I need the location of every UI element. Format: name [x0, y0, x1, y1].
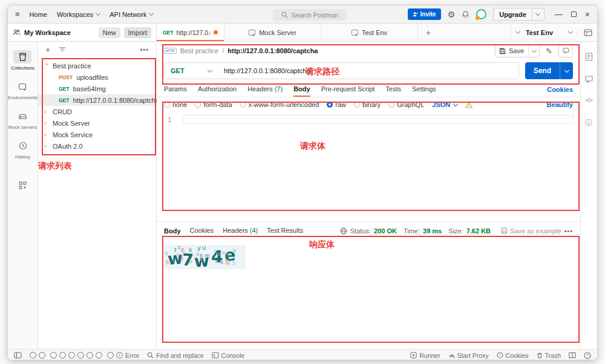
avatar[interactable] — [476, 9, 486, 19]
import-button[interactable]: Import — [124, 27, 151, 38]
filter-icon[interactable] — [59, 47, 66, 53]
sidebar-item-environments[interactable]: Environments — [8, 80, 38, 100]
save-button[interactable]: Save — [495, 44, 540, 57]
tree-folder-best-practice[interactable]: › Best practice — [38, 60, 156, 71]
proxy-icon — [448, 352, 455, 359]
search-icon — [281, 11, 288, 18]
invite-button[interactable]: Invite — [408, 8, 441, 20]
environment-selector[interactable]: Test Env — [526, 29, 578, 36]
console-button[interactable]: Console — [212, 352, 245, 359]
tab-settings[interactable]: Settings — [412, 82, 436, 97]
upgrade-dropdown[interactable] — [532, 8, 544, 20]
info-icon[interactable]: ⓘ — [586, 118, 593, 128]
language-selector[interactable]: JSON — [432, 101, 457, 108]
search-input[interactable]: Search Postman — [273, 9, 347, 21]
tab-test-env[interactable]: Test Env — [321, 24, 418, 41]
tree-folder-crud[interactable]: › CRUD — [38, 106, 156, 117]
size-value: 7.62 KB — [466, 227, 491, 235]
sidebar-item-collections[interactable]: Collections — [11, 50, 34, 71]
sidebar-item-mock-servers[interactable]: Mock servers — [8, 109, 38, 130]
help-icon[interactable]: ? — [584, 352, 591, 359]
menu-api-network[interactable]: API Network — [110, 11, 153, 18]
tree-folder-oauth[interactable]: › OAuth 2.0 — [38, 140, 156, 152]
menu-workspaces[interactable]: Workspaces — [57, 11, 100, 18]
comments-icon[interactable] — [585, 76, 593, 83]
start-proxy-button[interactable]: Start Proxy — [448, 352, 489, 359]
find-and-replace-button[interactable]: Find and replace — [147, 352, 203, 359]
tree-folder-mock-service[interactable]: › Mock Service — [38, 129, 156, 140]
tab-pre-request-script[interactable]: Pre-request Script — [321, 82, 375, 97]
runner-button[interactable]: Runner — [410, 352, 440, 359]
chevron-down-icon — [568, 29, 573, 34]
tab-response-headers[interactable]: Headers (4) — [223, 222, 258, 240]
collections-tree: › Best practice POST uploadfiles GET bas… — [38, 57, 156, 152]
left-rail: Collections Environments Mock servers Hi… — [8, 42, 38, 349]
cookies-link[interactable]: Cookies — [547, 86, 573, 93]
sidebar-item-history[interactable]: History — [14, 139, 32, 160]
window-close-button[interactable]: × — [585, 10, 590, 19]
hamburger-menu-icon[interactable]: ≡ — [15, 10, 20, 19]
tab-headers[interactable]: Headers (7) — [247, 82, 283, 97]
globe-icon[interactable] — [340, 227, 347, 235]
tab-test-results[interactable]: Test Results — [267, 222, 303, 240]
comment-button[interactable] — [558, 44, 573, 57]
tab-mock-server[interactable]: Mock Server — [224, 24, 321, 41]
new-button[interactable]: New — [99, 27, 120, 38]
chevron-collapsed-icon: › — [44, 108, 49, 115]
postman-window: ≡ Home Workspaces API Network Search Pos… — [7, 5, 598, 360]
tab-overflow-chevron[interactable] — [515, 29, 520, 34]
tree-folder-mock-server[interactable]: › Mock Server — [38, 117, 156, 129]
editor-active-line[interactable] — [183, 115, 574, 124]
configure-sidebar-button[interactable] — [14, 178, 32, 192]
save-dropdown[interactable] — [528, 45, 539, 57]
body-editor[interactable]: 1 — [157, 112, 580, 222]
tab-tests[interactable]: Tests — [385, 82, 401, 97]
radio-form-data[interactable]: form-data — [195, 101, 232, 108]
tab-response-body[interactable]: Body — [164, 222, 181, 240]
settings-gear-icon[interactable]: ⚙ — [448, 10, 456, 19]
trash-button[interactable]: Trash — [537, 352, 561, 359]
method-selector[interactable]: GET — [165, 67, 218, 74]
tab-request-captcha[interactable]: GET http://127.0.0.1:8080/ca — [157, 24, 224, 41]
url-input[interactable]: http://127.0.0.1:8080/captcha — [218, 67, 310, 74]
workspace-name[interactable]: My Workspace — [24, 29, 71, 36]
save-as-example-button[interactable]: Save as example — [501, 227, 561, 235]
new-tab-button[interactable]: + — [418, 24, 439, 41]
chevron-expanded-icon: › — [44, 63, 50, 68]
tree-request-captcha[interactable]: GET http://127.0.0.1:8080/captcha — [38, 94, 156, 106]
tab-authorization[interactable]: Authorization — [198, 82, 237, 97]
window-minimize-button[interactable]: — — [555, 10, 563, 19]
tab-body[interactable]: Body — [293, 82, 310, 97]
upgrade-button[interactable]: Upgrade — [493, 8, 544, 21]
cookies-button[interactable]: Cookies — [497, 352, 529, 359]
error-button[interactable]: ! Error — [30, 352, 139, 359]
radio-none[interactable]: none — [164, 101, 187, 108]
tab-response-cookies[interactable]: Cookies — [190, 222, 214, 240]
code-snippet-icon[interactable]: </> — [586, 97, 593, 103]
annotation-request-path: 请求路径 — [306, 67, 339, 77]
window-restore-button[interactable] — [571, 11, 577, 17]
edit-pencil-icon[interactable]: ✎ — [546, 47, 552, 56]
beautify-link[interactable]: Beautify — [547, 101, 573, 108]
notifications-bell-icon[interactable] — [462, 10, 469, 19]
documentation-icon[interactable] — [585, 53, 593, 61]
send-button[interactable]: Send — [525, 62, 573, 79]
radio-x-www-form-urlencoded[interactable]: x-www-form-urlencoded — [240, 101, 319, 108]
breadcrumb-parent[interactable]: Best practice — [180, 47, 219, 54]
menu-home[interactable]: Home — [30, 11, 47, 18]
sidebar-toggle-icon[interactable] — [14, 352, 22, 359]
response-more-actions-button[interactable]: ••• — [564, 227, 573, 235]
send-dropdown[interactable] — [560, 62, 573, 79]
request-tabs: Params Authorization Headers (7) Body Pr… — [157, 82, 580, 97]
radio-binary[interactable]: binary — [354, 101, 381, 108]
radio-graphql[interactable]: GraphQL — [388, 101, 424, 108]
radio-raw[interactable]: raw — [327, 101, 346, 108]
tree-request-uploadfiles[interactable]: POST uploadfiles — [38, 71, 156, 83]
collection-more-actions-button[interactable]: ••• — [140, 46, 149, 53]
url-row: GET http://127.0.0.1:8080/captcha Send — [157, 60, 580, 82]
environment-quick-look-icon[interactable] — [584, 29, 592, 36]
split-pane-icon[interactable] — [569, 352, 576, 359]
tree-request-base64img[interactable]: GET base64Img — [38, 83, 156, 94]
tab-params[interactable]: Params — [164, 82, 187, 97]
add-collection-button[interactable]: + — [45, 45, 50, 54]
